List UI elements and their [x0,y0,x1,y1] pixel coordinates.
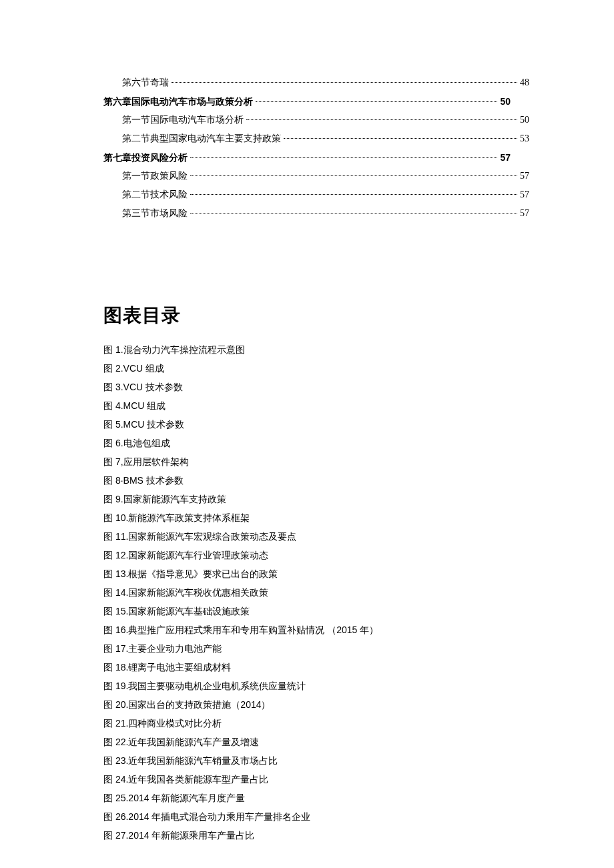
figure-entry: 图 15.国家新能源汽车基础设施政策 [103,602,511,620]
toc-page-number: 57 [520,167,529,185]
toc-label: 第六章国际电动汽车市场与政策分析 [103,92,253,111]
toc-row: 第一节政策风险 57 [103,167,529,185]
toc-leader-dots [284,138,517,139]
toc-page-number: 48 [520,73,529,92]
toc-label: 第二节技术风险 [122,185,188,204]
toc-label: 第二节典型国家电动汽车主要支持政策 [122,129,281,148]
document-page: 第六节奇瑞 48 第六章国际电动汽车市场与政策分析 50 第一节国际电动汽车市场… [0,0,614,868]
figure-entry: 图 3.VCU 技术参数 [103,378,511,396]
toc-page-number: 57 [520,204,529,223]
figure-entry: 图 7,应用层软件架构 [103,452,511,471]
figure-entry: 图 18.锂离子电池主要组成材料 [103,658,511,677]
figure-entry: 图 24.近年我国各类新能源车型产量占比 [103,770,511,789]
toc-row: 第三节市场风险 57 [103,204,529,223]
toc-label: 第三节市场风险 [122,204,188,223]
figure-entry: 图 4.MCU 组成 [103,396,511,415]
toc-row: 第二节技术风险 57 [103,185,529,204]
figure-entry: 图 9.国家新能源汽车支持政策 [103,490,511,508]
figure-entry: 图 16.典型推广应用程式乘用车和专用车购置补贴情况 （2015 年） [103,620,511,639]
toc-row: 第一节国际电动汽车市场分析 50 [103,111,529,129]
toc-leader-dots [172,82,517,83]
toc-row: 第二节典型国家电动汽车主要支持政策 53 [103,129,529,148]
figure-entry: 图 27.2014 年新能源乘用车产量占比 [103,826,511,845]
figures-list-title: 图表目录 [103,303,511,328]
figure-entry: 图 23.近年我国新能源汽车销量及市场占比 [103,751,511,770]
toc-leader-dots [256,101,497,102]
figure-entry: 图 22.近年我国新能源汽车产量及增速 [103,733,511,751]
figures-list: 图 1.混合动力汽车操控流程示意图 图 2.VCU 组成 图 3.VCU 技术参… [103,340,511,845]
toc-page-number: 50 [520,111,529,129]
figure-entry: 图 8·BMS 技术参数 [103,471,511,490]
toc-leader-dots [190,157,497,158]
toc-page-number: 57 [520,185,529,204]
toc-label: 第一节政策风险 [122,167,188,185]
figure-entry: 图 12.国家新能源汽车行业管理政策动态 [103,546,511,564]
figure-entry: 图 6.电池包组成 [103,434,511,452]
toc-chapter-row: 第六章国际电动汽车市场与政策分析 50 [103,92,511,111]
toc-page-number: 57 [500,148,511,167]
figure-entry: 图 26.2014 年插电式混合动力乘用车产量排名企业 [103,807,511,826]
toc-row: 第六节奇瑞 48 [103,73,529,92]
figure-entry: 图 5.MCU 技术参数 [103,415,511,434]
figure-entry: 图 20.国家出台的支持政策措施（2014） [103,695,511,714]
figure-entry: 图 13.根据《指导意见》要求已出台的政策 [103,564,511,583]
figure-entry: 图 19.我国主要驱动电机企业电机系统供应量统计 [103,677,511,695]
figure-entry: 图 14.国家新能源汽车税收优惠相关政策 [103,583,511,602]
figure-entry: 图 1.混合动力汽车操控流程示意图 [103,340,511,359]
toc-chapter-row: 第七章投资风险分析 57 [103,148,511,167]
figure-entry: 图 2.VCU 组成 [103,359,511,378]
toc-leader-dots [190,213,517,213]
figure-entry: 图 11.国家新能源汽车宏观综合政策动态及要点 [103,527,511,546]
toc-leader-dots [190,175,517,176]
toc-label: 第六节奇瑞 [122,73,169,92]
figure-entry: 图 25.2014 年新能源汽车月度产量 [103,789,511,807]
toc-page-number: 53 [520,129,529,148]
toc-block: 第六节奇瑞 48 第六章国际电动汽车市场与政策分析 50 第一节国际电动汽车市场… [103,73,511,223]
toc-label: 第一节国际电动汽车市场分析 [122,111,244,129]
toc-leader-dots [190,194,517,195]
toc-leader-dots [246,119,517,120]
toc-page-number: 50 [500,92,511,111]
figure-entry: 图 17.主要企业动力电池产能 [103,639,511,658]
toc-label: 第七章投资风险分析 [103,148,188,167]
figure-entry: 图 10.新能源汽车政策支持体系框架 [103,508,511,527]
figure-entry: 图 21.四种商业模式对比分析 [103,714,511,733]
